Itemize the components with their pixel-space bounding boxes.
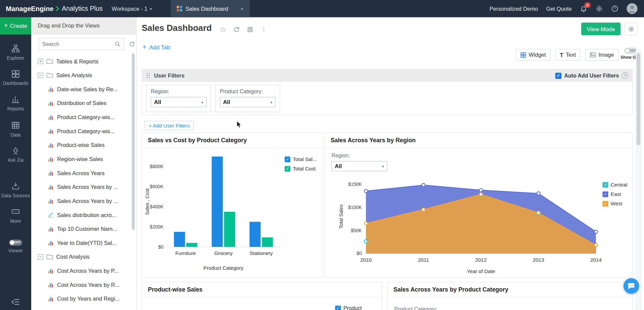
views-panel: Drag and Drop the Views +Tables & Report…	[31, 17, 137, 310]
legend-checkbox[interactable]: ✓	[335, 305, 341, 310]
tree-scrollbar[interactable]	[132, 53, 135, 230]
filter-label: Product Category:	[220, 88, 276, 94]
close-icon[interactable]: ×	[240, 5, 244, 12]
svg-text:$200K: $200K	[150, 224, 164, 229]
expand-icon[interactable]: +	[38, 58, 43, 64]
scrollbar-thumb[interactable]	[637, 53, 640, 146]
legend-item-product[interactable]: ✓ Product	[335, 305, 362, 310]
settings-button[interactable]	[596, 5, 603, 12]
tree-folder-tables-reports[interactable]: +Tables & Reports	[31, 54, 136, 68]
widget-button[interactable]: Widget	[516, 49, 550, 61]
left-rail: + Create ExplorerDashboardsReportsDataAs…	[0, 17, 31, 310]
add-tab-button[interactable]: + Add Tab	[143, 44, 170, 51]
sidebar-item-label: More	[10, 219, 21, 224]
svg-text:$100K: $100K	[348, 205, 362, 210]
drag-handle-icon[interactable]	[146, 73, 150, 79]
chart-legend: ✓Central✓East✓West	[602, 182, 627, 206]
tree-item-cost-across-years-by-r[interactable]: Cost Across Years by R...	[31, 278, 136, 292]
tree-folder-cost-analysis[interactable]: −Cost Analysis	[31, 250, 136, 264]
legend-item-total-sal[interactable]: ✓Total Sal...	[285, 157, 317, 162]
region-select[interactable]: All ▾	[331, 161, 387, 171]
collapse-icon[interactable]: −	[38, 254, 43, 259]
sidebar-item-explorer[interactable]: Explorer	[0, 40, 31, 65]
legend-checkbox[interactable]: ✓	[602, 192, 608, 197]
filter-select-product-category[interactable]: All▾	[220, 97, 276, 107]
svg-text:$0: $0	[158, 244, 164, 250]
tree-item-region-wise-sales[interactable]: Region-wise Sales	[31, 152, 136, 166]
chat-fab-button[interactable]	[624, 278, 639, 294]
search-input[interactable]	[42, 41, 115, 47]
views-tree: +Tables & Reports−Sales AnalysisDate-wis…	[31, 53, 136, 306]
panel-sales-across-years-by-category: Sales Across Years by Product Category P…	[387, 282, 633, 310]
refresh-views-icon[interactable]	[129, 41, 135, 47]
notifications-button[interactable]: 5	[580, 5, 587, 12]
sidebar-item-reports[interactable]: Reports	[0, 91, 31, 116]
tree-item-distribution-of-sales[interactable]: Distribution of Sales	[31, 96, 136, 110]
legend-label: Central	[611, 182, 627, 188]
workspace-selector[interactable]: Workspace - 1 ▾	[112, 6, 152, 12]
title-actions: ☆ ⋮	[220, 25, 267, 33]
brand-logo: ManageEngine Analytics Plus	[0, 5, 103, 12]
personalized-demo-link[interactable]: Personalized Demo	[489, 6, 538, 12]
tree-item-year-to-date-ytd-sal[interactable]: Year to Date(YTD) Sal...	[31, 236, 136, 250]
legend-checkbox[interactable]: ✓	[602, 182, 608, 188]
view-mode-button[interactable]: View Mode	[581, 22, 621, 35]
create-button[interactable]: + Create	[0, 17, 31, 34]
panel-title: Product-wise Sales	[142, 282, 382, 297]
legend-item-east[interactable]: ✓East	[602, 192, 627, 197]
more-options-icon[interactable]: ⋮	[260, 25, 267, 33]
sidebar-item-ask-zia[interactable]: Ask Zia	[0, 142, 31, 167]
legend-checkbox[interactable]: ✓	[285, 166, 290, 172]
bar-chart-icon	[48, 86, 54, 92]
collapse-icon[interactable]: −	[38, 72, 43, 78]
tree-folder-label: Tables & Reports	[56, 58, 99, 64]
svg-text:$400K: $400K	[150, 204, 164, 209]
sidebar-item-data-sources[interactable]: Data Sources	[0, 177, 31, 203]
help-icon[interactable]: ?	[622, 72, 629, 79]
tree-item-top-10-customer-nam[interactable]: Top 10 Customer Nam...	[31, 222, 136, 236]
image-button[interactable]: Image	[585, 49, 619, 61]
avatar[interactable]	[627, 3, 638, 14]
tree-item-sales-distribution-acro[interactable]: Sales distribution acro...	[31, 208, 136, 222]
tab-sales-dashboard[interactable]: Sales Dashboard ×	[171, 0, 250, 17]
tree-item-sales-across-years[interactable]: Sales Across Years	[31, 166, 136, 180]
refresh-icon[interactable]	[233, 26, 240, 33]
get-quote-link[interactable]: Get Quote	[546, 6, 572, 12]
tree-item-product-category-wis[interactable]: Product Category-wis...	[31, 110, 136, 124]
viewer-toggle[interactable]: OFF	[9, 239, 22, 245]
sidebar-item-viewer[interactable]: OFF Viewer	[0, 235, 31, 258]
svg-text:Grocery: Grocery	[214, 250, 233, 256]
tree-item-cost-by-years-and-regi[interactable]: Cost by Years and Regi...	[31, 292, 136, 306]
tree-item-date-wise-sales-by-re[interactable]: Date-wise Sales by Re...	[31, 82, 136, 96]
tree-item-sales-across-years-by[interactable]: Sales Across Years by ...	[31, 194, 136, 208]
tree-item-sales-across-years-by[interactable]: Sales Across Years by ...	[31, 180, 136, 194]
workspace-label: Workspace - 1	[112, 6, 147, 12]
legend-item-west[interactable]: ✓West	[602, 201, 627, 207]
tree-item-product-category-wis[interactable]: Product Category-wis...	[31, 124, 136, 138]
legend-checkbox[interactable]: ✓	[285, 157, 290, 162]
collapse-sidebar-button[interactable]	[11, 299, 19, 307]
dashboard-settings-button[interactable]	[625, 22, 637, 35]
filter-select-region[interactable]: All▾	[151, 97, 207, 107]
user-filters-panel: User Filters ✓ Auto Add User Filters ? R…	[142, 69, 633, 115]
text-button[interactable]: T Text	[555, 49, 581, 61]
tree-item-product-wise-sales[interactable]: Product-wise Sales	[31, 138, 136, 152]
sidebar-item-data[interactable]: Data	[0, 116, 31, 142]
tree-folder-sales-analysis[interactable]: −Sales Analysis	[31, 68, 136, 82]
sidebar-item-more[interactable]: More	[0, 203, 31, 228]
legend-item-central[interactable]: ✓Central	[602, 182, 627, 188]
favorite-star-icon[interactable]: ☆	[220, 26, 226, 33]
tree-item-cost-across-years-by-p[interactable]: Cost Across Years by P...	[31, 264, 136, 278]
tab-label: Sales Dashboard	[185, 6, 228, 12]
add-user-filters-button[interactable]: + Add User Filters	[145, 121, 194, 130]
user-filter-region: Region:All▾	[146, 85, 211, 112]
save-icon[interactable]	[247, 26, 254, 33]
legend-item-total-cost[interactable]: ✓Total Cost	[285, 166, 317, 172]
main-scrollbar[interactable]	[636, 49, 641, 310]
legend-checkbox[interactable]: ✓	[602, 201, 608, 207]
tree-item-label: Product Category-wis...	[57, 128, 115, 134]
chart-panel-sales-across-years: Sales Across Years by Region Region: All…	[324, 132, 633, 277]
help-button[interactable]: ?	[611, 5, 619, 12]
auto-add-checkbox[interactable]: ✓	[555, 72, 561, 79]
sidebar-item-dashboards[interactable]: Dashboards	[0, 65, 31, 91]
